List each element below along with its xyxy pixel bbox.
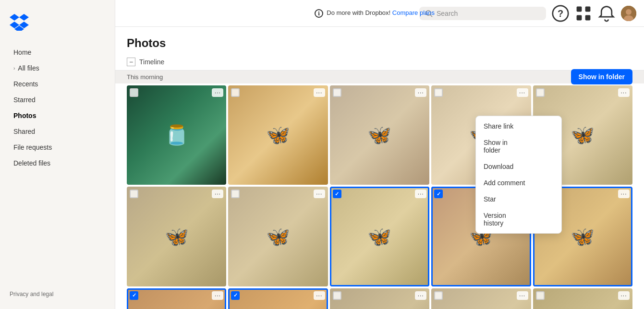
photo-cell[interactable]: 🦋 ··· <box>127 187 226 286</box>
sidebar-item-deleted-files[interactable]: Deleted files <box>4 155 111 171</box>
help-icon: ? <box>552 5 569 22</box>
photo-content: 🦋 <box>127 187 226 286</box>
context-menu-add-comment[interactable]: Add comment <box>476 175 561 191</box>
grid-icon <box>575 5 592 22</box>
page-header: Photos <box>115 27 644 54</box>
photo-menu-button[interactable]: ··· <box>618 88 630 97</box>
starred-label: Starred <box>13 96 36 104</box>
dropbox-logo[interactable] <box>0 8 115 44</box>
photo-menu-button[interactable]: ··· <box>212 190 223 198</box>
photo-cell[interactable]: 🦋 ··· <box>330 288 429 309</box>
timeline-bar: − Timeline <box>115 54 644 71</box>
show-in-folder-text: Show infolder <box>484 139 508 154</box>
photo-menu-button[interactable]: ··· <box>415 291 426 300</box>
photo-menu-button[interactable]: ··· <box>314 291 325 300</box>
section-header: This morning <box>115 71 644 83</box>
photo-content: 🫙 <box>127 85 226 185</box>
photo-content: 🦋 <box>330 288 429 309</box>
photo-cell[interactable]: 🫙 ··· <box>127 85 226 185</box>
photo-cell[interactable]: 🦋 ··· <box>330 85 429 185</box>
photo-menu-button[interactable]: ··· <box>517 88 528 97</box>
photo-menu-button[interactable]: ··· <box>212 291 223 300</box>
promo-banner: ℹ Do more with Dropbox! Compare plans <box>115 9 442 18</box>
photo-content: 🦋 <box>533 288 632 309</box>
checkbox[interactable] <box>536 88 545 97</box>
photo-menu-button[interactable]: ··· <box>415 190 426 198</box>
checkbox[interactable] <box>434 291 443 300</box>
shared-label: Shared <box>13 128 35 135</box>
photo-content: 🦋 <box>330 187 429 286</box>
sidebar-item-all-files[interactable]: › All files <box>4 60 111 76</box>
section-label: This morning <box>127 73 163 81</box>
user-avatar[interactable] <box>621 6 636 21</box>
main-content: ℹ Do more with Dropbox! Compare plans ? <box>115 0 644 309</box>
checkbox[interactable] <box>333 190 341 198</box>
photo-grid: 🫙 ··· 🦋 ··· 🦋 ··· <box>115 83 644 309</box>
photo-content: 🦋 <box>228 187 328 286</box>
photo-cell[interactable]: 🦋 ··· <box>228 85 328 185</box>
photo-cell[interactable]: 🦋 ··· <box>533 288 632 309</box>
svg-text:?: ? <box>558 8 563 19</box>
notifications-button[interactable] <box>598 5 615 22</box>
sidebar-item-home[interactable]: Home <box>4 45 111 60</box>
svg-point-9 <box>626 9 632 15</box>
chevron-icon: › <box>13 66 15 71</box>
checkbox[interactable] <box>333 88 341 97</box>
sidebar-footer[interactable]: Privacy and legal <box>0 287 115 301</box>
context-menu-download[interactable]: Download <box>476 158 561 175</box>
photo-menu-button[interactable]: ··· <box>517 291 528 300</box>
checkbox[interactable] <box>536 291 545 300</box>
photo-content: 🦋 <box>330 85 429 185</box>
svg-rect-7 <box>585 15 591 20</box>
checkbox[interactable] <box>130 190 138 198</box>
context-menu-star[interactable]: Star <box>476 191 561 207</box>
checkbox[interactable] <box>434 88 443 97</box>
photo-cell[interactable]: 🦋 ··· <box>330 187 429 286</box>
help-button[interactable]: ? <box>552 5 569 22</box>
bell-icon <box>598 5 615 22</box>
checkbox[interactable] <box>231 291 240 300</box>
apps-button[interactable] <box>575 5 592 22</box>
photo-cell[interactable]: 🦋 ··· <box>228 288 328 309</box>
home-label: Home <box>13 48 31 56</box>
photos-label: Photos <box>13 112 36 119</box>
checkbox[interactable] <box>130 88 138 97</box>
photo-menu-button[interactable]: ··· <box>415 88 426 97</box>
context-menu-show-in-folder[interactable]: Show infolder <box>476 134 561 158</box>
photo-menu-button[interactable]: ··· <box>212 88 223 97</box>
photo-content: 🦋 <box>127 288 226 309</box>
compare-plans-link[interactable]: Compare plans <box>392 9 435 16</box>
photo-cell[interactable]: 🦋 ··· <box>127 288 226 309</box>
context-menu-version-history[interactable]: Versionhistory <box>476 207 561 231</box>
show-in-folder-button[interactable]: Show in folder <box>571 69 632 84</box>
checkbox[interactable] <box>231 88 240 97</box>
photo-content: 🦋 <box>431 288 531 309</box>
photo-cell[interactable]: 🦋 ··· <box>431 288 531 309</box>
photo-menu-button[interactable]: ··· <box>618 190 630 198</box>
svg-rect-5 <box>585 6 591 12</box>
promo-text: Do more with Dropbox! <box>327 9 390 16</box>
photo-menu-button[interactable]: ··· <box>314 88 325 97</box>
timeline-label: Timeline <box>139 58 164 66</box>
sidebar-item-shared[interactable]: Shared <box>4 124 111 139</box>
sidebar-item-starred[interactable]: Starred <box>4 92 111 107</box>
deleted-files-label: Deleted files <box>13 159 50 167</box>
sidebar-item-file-requests[interactable]: File requests <box>4 140 111 155</box>
search-input[interactable] <box>437 10 540 17</box>
info-icon: ℹ <box>315 9 323 18</box>
sidebar-item-recents[interactable]: Recents <box>4 76 111 92</box>
photo-menu-button[interactable]: ··· <box>314 190 325 198</box>
context-menu-share-link[interactable]: Share link <box>476 118 561 134</box>
photo-menu-button[interactable]: ··· <box>618 291 630 300</box>
timeline-toggle[interactable]: − <box>127 58 135 66</box>
checkbox[interactable] <box>130 291 138 300</box>
topbar: ℹ Do more with Dropbox! Compare plans ? <box>115 0 644 27</box>
photo-cell[interactable]: 🦋 ··· <box>228 187 328 286</box>
checkbox[interactable] <box>231 190 240 198</box>
checkbox[interactable] <box>434 190 443 198</box>
sidebar-item-photos[interactable]: Photos <box>4 108 111 123</box>
checkbox[interactable] <box>333 291 341 300</box>
page-title: Photos <box>127 36 166 50</box>
recents-label: Recents <box>13 80 38 88</box>
sidebar: Home › All files Recents Starred Photos … <box>0 0 115 309</box>
